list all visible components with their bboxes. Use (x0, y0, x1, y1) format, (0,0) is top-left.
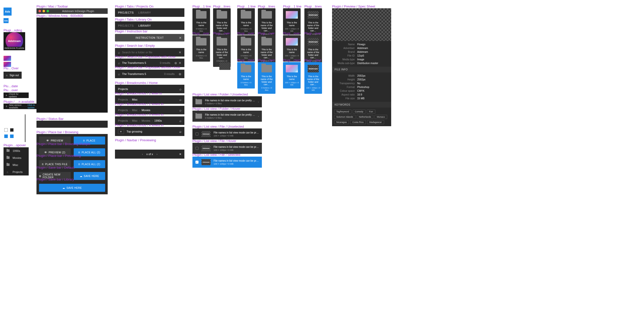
max-dot[interactable] (47, 10, 49, 12)
list-file-unselected[interactable]: Adstream File names in list view mode ca… (192, 128, 262, 140)
checkbox-checked-2[interactable] (10, 134, 14, 138)
chevron-right-icon[interactable] (258, 101, 259, 103)
search-icon[interactable] (179, 108, 181, 112)
spec-key: Height (335, 78, 357, 81)
keyword-tag[interactable]: Comedy (353, 110, 366, 114)
min-dot[interactable] (43, 10, 45, 12)
tile-name: This is the name (194, 21, 209, 27)
mac-toolbar: Adstream InDesign Plugin (36, 8, 108, 14)
grid-tile-16[interactable]: AdstreamThis is the name of the folder a… (304, 62, 322, 94)
crumb-p1[interactable]: Misc (132, 109, 138, 112)
label-lv-is: Plugin / List view / File / Selected (192, 153, 240, 157)
label-hover: Plu…over (4, 88, 18, 92)
grid-tile-15[interactable]: This is the name100 × 100px • 0 MB (283, 62, 301, 88)
list-file-selected[interactable]: ✓ Adstream File names in list view mode … (192, 157, 262, 168)
keyword-tag[interactable]: Monaco (375, 115, 387, 119)
close-icon[interactable] (179, 61, 181, 65)
search-icon[interactable] (179, 129, 181, 133)
crumb-cur-4[interactable]: Top grossing (127, 130, 142, 133)
close-dot[interactable] (38, 10, 41, 12)
signout-button[interactable]: ⎋ Sign out (4, 72, 22, 79)
checkbox-checked[interactable]: ✓ (195, 161, 198, 164)
crumb-cur-1[interactable]: Misc (132, 98, 138, 101)
c3a[interactable]: Projects (118, 119, 128, 122)
grid-tile-4[interactable]: This is the name100 × 100px • 0 MB (283, 8, 301, 35)
update-available-row[interactable]: ⇩ New version available. Click to update… (4, 104, 41, 109)
grid-tile-10[interactable]: This is the name100 × 100px • 0 MB (283, 35, 301, 62)
label-tile-11: Plugi…over (304, 31, 321, 35)
crumb-cur-2[interactable]: Movies (142, 109, 150, 112)
spec-value: Flowgo (357, 43, 365, 46)
crumb-home-text[interactable]: Projects (118, 87, 128, 90)
spec-key: File ID (335, 54, 357, 57)
gear-icon-alt[interactable]: ⚙ (10, 116, 12, 119)
search-input-2[interactable] (122, 61, 160, 64)
signout-icon: ⎋ (6, 74, 8, 77)
tile-name: This is the name of the folder and can… (259, 21, 274, 32)
label-tile-1: Plugi…lines (213, 5, 230, 8)
placeall-prev-button[interactable]: PLACE ALL (2) (74, 160, 105, 168)
keyword-tag[interactable]: Solomon Islands (334, 115, 355, 119)
placeholder-thumb: Adstream (308, 38, 319, 46)
save-here-lib-button[interactable]: SAVE HERE (39, 184, 105, 192)
c3b[interactable]: Misc (132, 119, 138, 122)
grid-tile-6[interactable]: This is the name0 folders • 0 files (192, 35, 210, 62)
search-input-3[interactable] (122, 72, 164, 75)
grid-tile-8[interactable]: This is the name0 folders • 0 files (237, 35, 255, 62)
search-icon[interactable] (179, 119, 181, 123)
check-updates-row[interactable]: ∧ Check for updates (4, 93, 29, 98)
label-tile-13: Plugi…cted (237, 58, 254, 62)
c3c[interactable]: Movies (142, 119, 150, 122)
keyword-tag[interactable]: Costa Rica (350, 120, 366, 124)
save-here-button[interactable]: SAVE HERE (74, 172, 105, 180)
clear-icon[interactable] (179, 51, 181, 54)
checkbox[interactable] (195, 132, 198, 135)
c3d[interactable]: 1990s (154, 119, 162, 122)
label-tile-4: Plugi…1 line (283, 5, 301, 8)
keyword-tag[interactable]: Fun (367, 110, 375, 114)
list-folder-hover[interactable]: File names in list view mode can be pret… (192, 111, 262, 122)
clear-dot-icon[interactable]: ⊗ (174, 61, 177, 65)
checkbox-dark[interactable] (10, 128, 14, 132)
checkbox-checked[interactable] (4, 134, 8, 138)
tile-name: This is the name of the folder and can… (259, 75, 274, 86)
list-folder-unselected[interactable]: File names in list view mode can be pret… (192, 96, 262, 107)
close-icon[interactable] (179, 36, 182, 40)
keyword-tag[interactable]: Madagascar (367, 120, 384, 124)
gear-icon[interactable]: ⚙ (4, 116, 7, 119)
checkbox[interactable] (195, 147, 198, 150)
grid-tile-14[interactable]: This is the name of the folder and can…0… (258, 62, 275, 94)
back-button[interactable]: ‹ ▾ (118, 129, 124, 134)
tab-library-2[interactable]: LIBRARY (138, 24, 151, 27)
grid-tile-2[interactable]: This is the name0 folders • 0 files (237, 8, 255, 35)
grid-tile-13[interactable]: This is the name0 folders • 0 files (237, 62, 255, 88)
popover-item-2[interactable]: Misc (4, 161, 29, 168)
tab-library[interactable]: LIBRARY (138, 11, 151, 14)
search-input[interactable] (122, 51, 177, 54)
crumb-root[interactable]: Projects (118, 98, 128, 101)
close-icon[interactable] (179, 153, 181, 156)
navbar-preview: x of x (115, 150, 184, 159)
tab-projects[interactable]: PROJECTS (118, 11, 134, 14)
tab-projects-2[interactable]: PROJECTS (118, 24, 134, 27)
list-file-hover[interactable]: Adstream File names in list view mode ca… (192, 143, 262, 154)
popover-item-1[interactable]: Movies (4, 154, 29, 161)
chevron-right-icon[interactable] (258, 115, 259, 118)
crumb-p0[interactable]: Projects (118, 109, 128, 112)
popover-item-3[interactable]: Projects (4, 168, 29, 175)
label-tile-6: Plugi…over (192, 31, 209, 35)
checkbox-empty[interactable] (4, 128, 8, 132)
keyword-tag[interactable]: Netherlands (357, 115, 374, 119)
list-meta: 0 folders • 0 files (205, 117, 255, 119)
chevron-icon: ∧ (6, 94, 7, 97)
next-arrow[interactable] (156, 153, 157, 156)
prev-arrow[interactable] (142, 153, 143, 156)
clear-dot-icon[interactable]: ⊗ (179, 72, 181, 76)
tile-name: This is the name (239, 75, 253, 81)
keyword-tag[interactable]: Tag/keyword (334, 110, 351, 114)
popover-item-0[interactable]: 1990s (4, 147, 29, 154)
search-icon[interactable] (179, 98, 181, 102)
keyword-tag[interactable]: Nicaragua (334, 120, 349, 124)
search-icon[interactable] (179, 87, 181, 91)
grid-tile-0[interactable]: This is the name0 folders • 0 files (192, 8, 210, 35)
